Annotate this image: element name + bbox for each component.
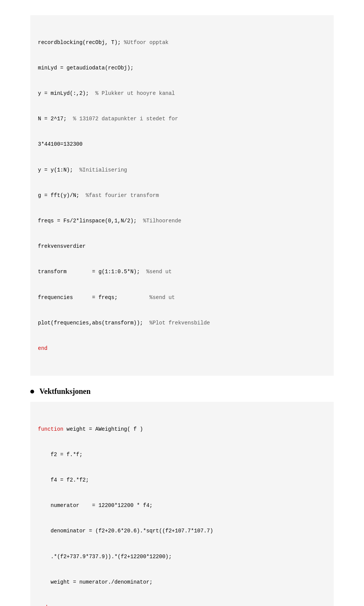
code-line: f2 = f.*f; <box>38 450 326 459</box>
code-line: N = 2^17; % 131072 datapunkter i stedet … <box>38 115 326 123</box>
code-keyword-end: end <box>38 603 326 606</box>
code-line: f4 = f2.*f2; <box>38 476 326 484</box>
code-line: y = minLyd(:,2); % Plukker ut hooyre kan… <box>38 89 326 98</box>
code-line: recordblocking(recObj, T); %Utfoor oppta… <box>38 38 326 47</box>
code-line: transform = g(1:1:0.5*N); %send ut <box>38 268 326 276</box>
bullet-section-vektfunksjonen: Vektfunksjonen function weight = AWeight… <box>30 387 334 606</box>
code-line-function: function weight = AWeighting( f ) <box>38 425 326 433</box>
code-line: .*(f2+737.9*737.9)).*(f2+12200*12200); <box>38 552 326 561</box>
bullet-heading: Vektfunksjonen <box>30 387 334 396</box>
code-line: freqs = Fs/2*linspace(0,1,N/2); %Tilhoor… <box>38 217 326 225</box>
code-line: minLyd = getaudiodata(recObj); <box>38 64 326 72</box>
code-line: weight = numerator./denominator; <box>38 578 326 586</box>
section-title: Vektfunksjonen <box>39 387 91 396</box>
code-line: g = fft(y)/N; %fast fourier transform <box>38 191 326 200</box>
code-line: numerator = 12200*12200 * f4; <box>38 501 326 510</box>
code-line: plot(frequencies,abs(transform)); %Plot … <box>38 319 326 327</box>
code-line: 3*44100=132300 <box>38 140 326 148</box>
code-block-2: function weight = AWeighting( f ) f2 = f… <box>30 402 334 606</box>
bullet-dot-icon <box>30 390 34 394</box>
page: recordblocking(recObj, T); %Utfoor oppta… <box>0 0 364 606</box>
code-line: denominator = (f2+20.6*20.6).*sqrt((f2+1… <box>38 527 326 535</box>
code-line: frekvensverdier <box>38 242 326 250</box>
code-line: frequencies = freqs; %send ut <box>38 293 326 302</box>
code-block-1: recordblocking(recObj, T); %Utfoor oppta… <box>30 15 334 376</box>
code-line: y = y(1:N); %Initialisering <box>38 166 326 174</box>
code-keyword-end: end <box>38 344 326 353</box>
